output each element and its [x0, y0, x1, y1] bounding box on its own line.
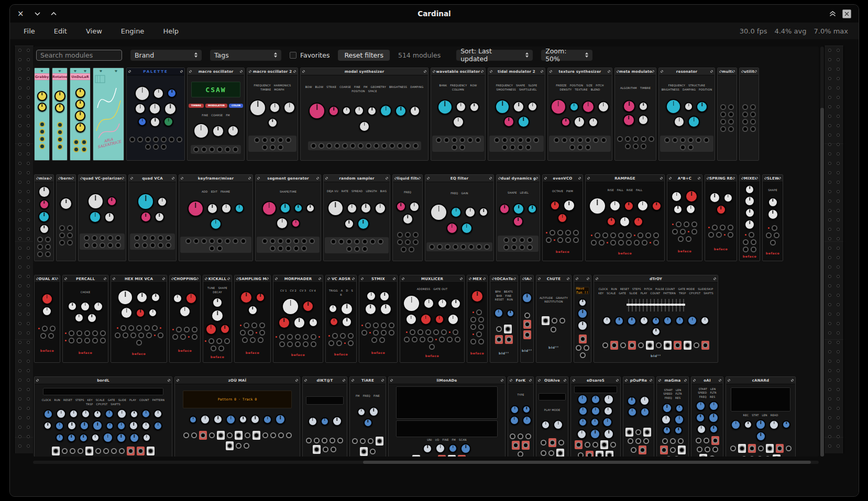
- menu-help[interactable]: Help: [163, 27, 179, 35]
- module-resonator[interactable]: resonatorFREQUENCYSTRUCTUREBRIGHTNESSDAM…: [658, 68, 715, 161]
- module-stmix[interactable]: STMIXbefaco: [359, 275, 398, 363]
- menu-file[interactable]: File: [24, 27, 35, 35]
- menu-view[interactable]: View: [86, 27, 102, 35]
- module-kickall[interactable]: KICKALLTUNESHAPEDECAYbefaco: [203, 275, 232, 363]
- reset-filters-button[interactable]: Reset filters: [338, 50, 389, 61]
- module-tocante[interactable]: tOCAnTeBPHBEATSBARFINERESETRUNbId°°: [490, 275, 518, 363]
- module-multiples[interactable]: multiples: [717, 68, 737, 161]
- jack: [704, 438, 709, 443]
- module-dikt-t[interactable]: dIKT@T: [302, 376, 347, 457]
- module-palette[interactable]: PALETTE: [126, 68, 185, 161]
- module-chute[interactable]: ChUTEALTITUDEGRAVITYRESTITUTIONbId°°: [536, 275, 572, 363]
- favorites-toggle[interactable]: Favorites: [290, 51, 329, 59]
- module-oai[interactable]: oAISTARTLENSPEEDFLTRFREQRES: [691, 376, 723, 457]
- screw: [778, 177, 781, 180]
- module-bernoulli-gate[interactable]: bernoulli gate: [56, 174, 76, 261]
- module-module[interactable]: Have fun !!: [574, 275, 591, 363]
- module-sampling-modulator[interactable]: SAMPLING MODULATORbefaco: [234, 275, 271, 363]
- tags-dropdown[interactable]: Tags: [210, 50, 281, 61]
- module-bordl[interactable]: bordLCLOCKRUNRESETSTEPSKEYSCALEGATESLIDE…: [34, 376, 172, 457]
- search-input[interactable]: [36, 50, 122, 61]
- favorites-checkbox[interactable]: [290, 52, 296, 59]
- knob-zone: [588, 197, 662, 227]
- module-percall[interactable]: PERCALLCHOKEbefaco: [62, 275, 108, 363]
- module-vc-adsr[interactable]: VC ADSRTRIGGADSRbefaco: [325, 275, 357, 363]
- jack: [437, 244, 443, 250]
- module-fork[interactable]: ForKTYPE: [508, 376, 534, 457]
- module-tiare[interactable]: TiAREFMFREQFINE: [349, 376, 386, 457]
- jack-pad: [137, 447, 145, 455]
- jack: [92, 242, 97, 248]
- module-evenvco[interactable]: evenVCOOCTAVEPWMbefaco: [542, 174, 583, 261]
- module-liquid-filter[interactable]: liquid filterFREQ: [392, 174, 423, 261]
- knob-zone: [544, 199, 580, 223]
- module-quad-vca[interactable]: quad VCA: [128, 174, 177, 261]
- jack: [193, 147, 199, 152]
- module-undular[interactable]: ♥♥UnDuLaR: [70, 68, 91, 161]
- brand-dropdown[interactable]: Brand: [130, 50, 202, 61]
- module-header: modal synthesizer: [301, 68, 428, 75]
- horizontal-scrollbar[interactable]: [33, 461, 819, 464]
- module-eq-filter[interactable]: EQ filterFREQGAIN: [425, 174, 494, 261]
- module-muxlicer[interactable]: MUXLICERADDRESSGATE OUTbefaco: [400, 275, 465, 363]
- jack: [518, 433, 523, 439]
- module-mixer[interactable]: mixer: [34, 174, 54, 261]
- module-chopping-kinky[interactable]: CHOPPING KINKYbefaco: [169, 275, 201, 363]
- vertical-scrollbar-thumb[interactable]: [820, 108, 824, 457]
- module-utilities[interactable]: utilities: [739, 68, 759, 161]
- module-random-sampler[interactable]: random samplerDEJA VURATESPREADLENGTHBIA…: [323, 174, 390, 261]
- module-header: liquid filter: [393, 175, 422, 182]
- vertical-scrollbar[interactable]: [820, 47, 824, 457]
- jack-pad: [684, 341, 691, 350]
- module-modal-synthesizer[interactable]: modal synthesizerBOWBLOWSTRIKECOARSEFINE…: [300, 68, 428, 161]
- module-canard[interactable]: cANARdRECSTRTLENREAD: [726, 376, 796, 457]
- module-mex[interactable]: MEXbefaco: [467, 275, 488, 363]
- sort-dropdown[interactable]: Sort: Last updated: [456, 50, 533, 61]
- module-edsaros[interactable]: eDsaroS: [570, 376, 621, 457]
- module-poupre[interactable]: pOuPRe: [623, 376, 654, 457]
- module-limonade[interactable]: liMonADeUNII/OFINEFMSCAN: [388, 376, 506, 457]
- horizontal-scrollbar-thumb[interactable]: [363, 461, 811, 464]
- module-zo-ma[interactable]: zOÙ MAÏPattern 0 · Track 0bId°°: [174, 376, 300, 457]
- close-icon[interactable]: ×: [17, 10, 24, 18]
- zoom-dropdown[interactable]: Zoom: 50%: [541, 50, 592, 61]
- chevron-down-icon[interactable]: [35, 12, 40, 16]
- module-macro-oscillator[interactable]: macro oscillatorCSAWTIMBREMODULATORCOLOR…: [187, 68, 245, 161]
- module-macro-oscillator-2[interactable]: macro oscillator 2FREQUENCYHARMONICSTIMB…: [247, 68, 298, 161]
- module-rotatoes[interactable]: ♥Rotatoes: [52, 68, 68, 161]
- module-mixer[interactable]: MIXERbefaco: [739, 174, 760, 261]
- jack: [684, 221, 689, 227]
- module-hex-mix-vca[interactable]: HEX MIX VCAbefaco: [111, 275, 167, 363]
- module-slew-limiter[interactable]: SLEW LIMITERSHAPEbefaco: [762, 174, 783, 261]
- knob: [640, 407, 650, 417]
- module-header: dIKT@T: [303, 377, 347, 384]
- module-morphader[interactable]: MORPHADERCV 1CV 2CV 3CV 4befaco: [273, 275, 323, 363]
- slider-bank: [628, 299, 684, 311]
- module-grabby[interactable]: ♥Grabby: [34, 68, 50, 161]
- module-quad-vc-polarizer[interactable]: quad VC-polarizer: [78, 174, 126, 261]
- module-dtroy[interactable]: dTrOYCLOCKRUNRESETSTEPSPITCHPULSE COUNTG…: [594, 275, 718, 363]
- module-tidal-modulator-2[interactable]: tidal modulator 2FREQUENCYSHAPESLOPESMOO…: [488, 68, 545, 161]
- module-meta-modulator[interactable]: meta modulatorALGORITHMTIMBRE: [614, 68, 656, 161]
- app-icon[interactable]: [842, 9, 851, 18]
- chevron-up-icon[interactable]: [51, 12, 57, 16]
- menu-engine[interactable]: Engine: [121, 27, 145, 35]
- module-texture-synthesizer[interactable]: texture synthesizerFREEZEPOSITIONSIZEPIT…: [547, 68, 612, 161]
- module-rampage[interactable]: RAMPAGERISEFALLRISEFALLbefaco: [585, 174, 665, 261]
- module-module[interactable]: ♥♥ARiA SALVATRICE: [93, 68, 124, 161]
- double-chevron-up-icon[interactable]: [829, 11, 836, 17]
- menu-edit[interactable]: Edit: [54, 27, 67, 35]
- module-wavetable-oscillator[interactable]: wavetable oscillatorBANKFREQUENCYROWCOLU…: [431, 68, 486, 161]
- module-lata[interactable]: lATabId°°: [520, 275, 534, 363]
- module-a-b-c[interactable]: A*B+Cbefaco: [667, 174, 702, 261]
- module-keyframer-mixer[interactable]: keyframer/mixerADDEDITFRAME: [179, 174, 253, 261]
- knob: [461, 222, 473, 234]
- module-dual-attenuverter[interactable]: DUAL ATTENUVERTERbefaco: [34, 275, 60, 363]
- module-dual-dynamics-gate[interactable]: dual dynamics gateSHAPELEVEL: [496, 174, 540, 261]
- module-spring-reverb[interactable]: SPRING REVERBbefaco: [705, 174, 737, 261]
- module-magma[interactable]: maGmaSTARTLENSPEEDFLTRFREQRES: [656, 376, 689, 457]
- knob: [709, 192, 720, 203]
- module-ouaive[interactable]: OUAIvePLAY MODE: [536, 376, 568, 457]
- module-segment-generator[interactable]: segment generatorSHAPE/TIME: [255, 174, 321, 261]
- knob: [688, 116, 700, 128]
